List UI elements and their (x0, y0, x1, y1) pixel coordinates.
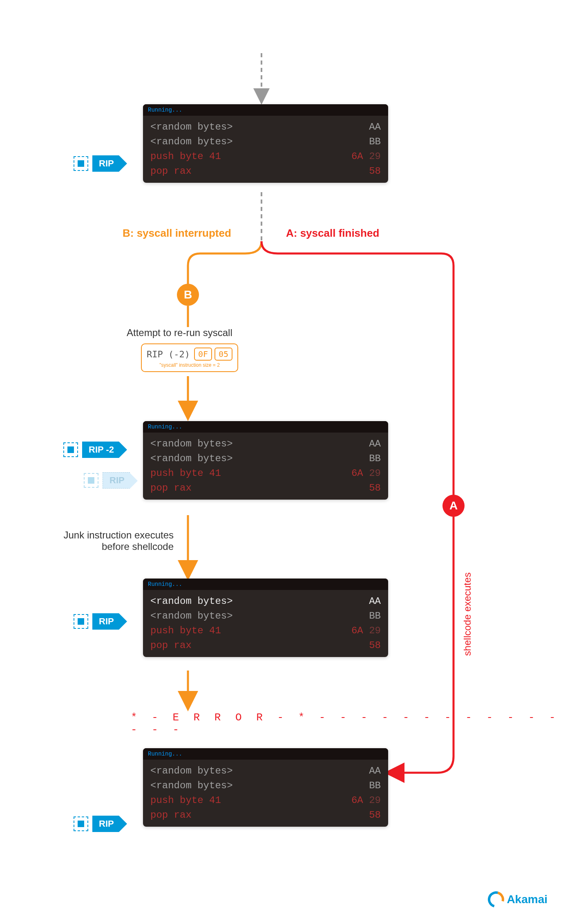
label-attempt: Attempt to re-run syscall (127, 327, 232, 339)
label-a-finished: A: syscall finished (286, 227, 379, 240)
badge-a: A (442, 495, 465, 517)
label-b-interrupted: B: syscall interrupted (123, 227, 231, 240)
code-box-4: Running... <random bytes>AA <random byte… (143, 748, 388, 827)
cpu-chip-icon (63, 442, 78, 457)
rip-minus2-tag: RIP -2 (82, 442, 119, 458)
cpu-chip-icon (74, 816, 88, 831)
rip-minus2-box: RIP (-2) 0F 05 "syscall" instruction siz… (141, 343, 238, 372)
label-shellcode-executes: shellcode executes (462, 572, 473, 656)
rip-pointer-3: RIP (74, 613, 119, 630)
rip-tag: RIP (92, 816, 119, 832)
codebox-header: Running... (143, 104, 388, 116)
code-box-1: Running... <random bytes>AA <random byte… (143, 104, 388, 183)
rip-tag: RIP (92, 613, 119, 630)
badge-b: B (177, 284, 199, 306)
rip-pointer-1: RIP (74, 155, 119, 172)
rip-pointer-2a: RIP -2 (63, 442, 119, 458)
rip-pointer-2b-faded: RIP (84, 472, 130, 489)
akamai-swoosh-icon (485, 888, 507, 911)
codebox-header: Running... (143, 579, 388, 590)
cpu-chip-icon (84, 473, 98, 488)
akamai-logo: Akamai (488, 891, 547, 908)
codebox-header: Running... (143, 748, 388, 760)
rip-tag-faded: RIP (103, 472, 130, 489)
codebox-header: Running... (143, 421, 388, 433)
code-box-3: Running... <random bytes>AA <random byte… (143, 579, 388, 657)
cpu-chip-icon (74, 614, 88, 629)
error-text: * - E R R O R - * - - - - - - - - - - - … (131, 711, 572, 736)
label-junk: Junk instruction executes before shellco… (51, 529, 174, 552)
code-box-2: Running... <random bytes>AA <random byte… (143, 421, 388, 500)
rip-tag: RIP (92, 155, 119, 172)
rip-pointer-4: RIP (74, 816, 119, 832)
cpu-chip-icon (74, 156, 88, 171)
